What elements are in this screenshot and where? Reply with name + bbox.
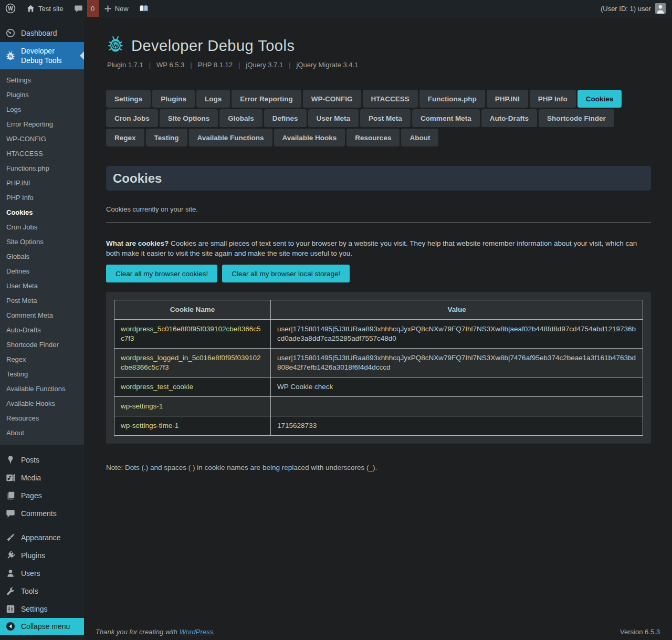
tab-php-info[interactable]: PHP Info xyxy=(530,90,576,108)
sidebar-item-dashboard[interactable]: Dashboard xyxy=(0,24,84,42)
clear-cookies-button[interactable]: Clear all my browser cookies! xyxy=(106,265,217,282)
sidebar-item-available-functions[interactable]: Available Functions xyxy=(0,382,84,396)
tab-about[interactable]: About xyxy=(401,129,438,146)
sidebar-item-users[interactable]: Users xyxy=(0,564,84,582)
sidebar-item-label: Posts xyxy=(21,456,39,464)
docs-menu[interactable] xyxy=(134,0,154,17)
tab-cookies[interactable]: Cookies xyxy=(578,90,622,108)
tab-available-functions[interactable]: Available Functions xyxy=(189,129,272,146)
tab-logs[interactable]: Logs xyxy=(196,90,230,108)
comments-count-badge: 0 xyxy=(87,0,99,17)
tab-auto-drafts[interactable]: Auto-Drafts xyxy=(481,109,537,127)
sidebar-item-comment-meta[interactable]: Comment Meta xyxy=(0,308,84,323)
meta-separator: | xyxy=(234,61,245,69)
sidebar-item-post-meta[interactable]: Post Meta xyxy=(0,293,84,308)
sidebar-item-cron-jobs[interactable]: Cron Jobs xyxy=(0,220,84,235)
table-row: wordpress_logged_in_5c016e8f0f95f039102c… xyxy=(114,349,643,377)
tab-testing[interactable]: Testing xyxy=(146,129,187,146)
table-header-row: Cookie NameValue xyxy=(114,300,643,320)
sidebar-item-settings[interactable]: Settings xyxy=(0,73,84,88)
sidebar-item-label: Developer Debug Tools xyxy=(21,46,77,65)
sidebar-item-cookies[interactable]: Cookies xyxy=(0,205,84,220)
tab-wp-config[interactable]: WP-CONFIG xyxy=(303,90,361,108)
new-label: New xyxy=(115,5,129,13)
divider xyxy=(106,222,651,223)
sidebar-item-tools[interactable]: Tools xyxy=(0,582,84,600)
sidebar-item-user-meta[interactable]: User Meta xyxy=(0,279,84,293)
tab-post-meta[interactable]: Post Meta xyxy=(360,109,411,127)
tab-defines[interactable]: Defines xyxy=(264,109,307,127)
site-name-menu[interactable]: Test site xyxy=(21,0,69,17)
tab-row: RegexTestingAvailable FunctionsAvailable… xyxy=(106,129,651,148)
tab-settings[interactable]: Settings xyxy=(106,90,151,108)
clear-local-storage-button[interactable]: Clear all my browser local storage! xyxy=(222,265,350,282)
tab-plugins[interactable]: Plugins xyxy=(152,90,195,108)
panel-subtitle: Cookies currently on your site. xyxy=(106,205,651,213)
sidebar-item-resources[interactable]: Resources xyxy=(0,411,84,426)
sidebar-item-plugins[interactable]: Plugins xyxy=(0,547,84,564)
sidebar-item-settings[interactable]: Settings xyxy=(0,600,84,618)
sidebar-item-shortcode-finder[interactable]: Shortcode Finder xyxy=(0,338,84,352)
dashboard-icon xyxy=(5,28,16,38)
tab-resources[interactable]: Resources xyxy=(346,129,400,146)
sidebar-item-about[interactable]: About xyxy=(0,426,84,440)
tab-htaccess[interactable]: HTACCESS xyxy=(363,90,418,108)
cookies-description-text: Cookies are small pieces of text sent to… xyxy=(106,239,637,257)
meta-separator: | xyxy=(144,61,155,69)
sidebar-item-logs[interactable]: Logs xyxy=(0,102,84,117)
sidebar-item-defines[interactable]: Defines xyxy=(0,264,84,279)
sidebar-item-available-hooks[interactable]: Available Hooks xyxy=(0,396,84,411)
tab-user-meta[interactable]: User Meta xyxy=(308,109,359,127)
cookie-value-cell: user|1715801495|5J3tURaa893xhhhcqJyxPQ8c… xyxy=(271,320,643,349)
sidebar-item-posts[interactable]: Posts xyxy=(0,451,84,469)
tab-site-options[interactable]: Site Options xyxy=(160,109,218,127)
account-menu[interactable]: (User ID: 1) user xyxy=(594,0,672,17)
tab-error-reporting[interactable]: Error Reporting xyxy=(232,90,301,108)
sidebar-item-error-reporting[interactable]: Error Reporting xyxy=(0,117,84,132)
meta-item: Plugin 1.7.1 xyxy=(106,61,144,69)
sidebar-item-site-options[interactable]: Site Options xyxy=(0,235,84,249)
tab-globals[interactable]: Globals xyxy=(219,109,262,127)
sidebar-item-label: Settings xyxy=(21,605,48,613)
sidebar-item-label: Comments xyxy=(21,509,57,518)
wordpress-logo-menu[interactable]: W xyxy=(0,0,21,17)
tab-comment-meta[interactable]: Comment Meta xyxy=(412,109,480,127)
collapse-menu-button[interactable]: Collapse menu xyxy=(0,618,84,635)
sidebar-item-media[interactable]: Media xyxy=(0,469,84,487)
users-icon xyxy=(5,568,16,579)
sidebar-item-pages[interactable]: Pages xyxy=(0,487,84,505)
page-title: Developer Debug Tools xyxy=(131,37,295,55)
sidebar-item-auto-drafts[interactable]: Auto-Drafts xyxy=(0,323,84,338)
tab-functions-php[interactable]: Functions.php xyxy=(419,90,485,108)
sidebar-item-testing[interactable]: Testing xyxy=(0,367,84,382)
sidebar-item-php-ini[interactable]: PHP.INI xyxy=(0,176,84,191)
cookies-note: Note: Dots (.) and spaces ( ) in cookie … xyxy=(106,464,651,471)
tab-php-ini[interactable]: PHP.INI xyxy=(487,90,528,108)
sidebar-item-developer-debug-tools[interactable]: W Developer Debug Tools xyxy=(0,42,84,69)
wordpress-link[interactable]: WordPress xyxy=(180,628,213,636)
comments-menu[interactable]: 0 xyxy=(69,0,99,17)
sidebar-item-wp-config[interactable]: WP-CONFIG xyxy=(0,132,84,146)
sidebar-item-comments[interactable]: Comments xyxy=(0,505,84,522)
tab-shortcode-finder[interactable]: Shortcode Finder xyxy=(539,109,614,127)
tab-cron-jobs[interactable]: Cron Jobs xyxy=(106,109,158,127)
sidebar-item-php-info[interactable]: PHP Info xyxy=(0,191,84,205)
sidebar-item-htaccess[interactable]: HTACCESS xyxy=(0,146,84,161)
sidebar-item-plugins[interactable]: Plugins xyxy=(0,88,84,102)
sidebar-item-functions-php[interactable]: Functions.php xyxy=(0,161,84,176)
new-menu[interactable]: New xyxy=(99,0,134,17)
sidebar-item-globals[interactable]: Globals xyxy=(0,249,84,264)
page-head: W Developer Debug Tools xyxy=(106,36,651,56)
sidebar-item-appearance[interactable]: Appearance xyxy=(0,529,84,547)
meta-item: jQuery 3.7.1 xyxy=(245,61,284,69)
bug-icon: W xyxy=(5,50,16,61)
admin-bar: W Test site 0 New (User ID: 1) user xyxy=(0,0,672,17)
sidebar-item-label: Dashboard xyxy=(21,29,57,37)
tab-regex[interactable]: Regex xyxy=(106,129,144,146)
comment-bubble-icon xyxy=(74,4,83,13)
sidebar-item-regex[interactable]: Regex xyxy=(0,352,84,367)
settings-icon xyxy=(5,604,16,614)
tab-available-hooks[interactable]: Available Hooks xyxy=(274,129,345,146)
tools-icon xyxy=(5,586,16,596)
cookie-value-cell: user|1715801495|5J3tURaa893xhhhcqJyxPQ8c… xyxy=(271,349,643,377)
